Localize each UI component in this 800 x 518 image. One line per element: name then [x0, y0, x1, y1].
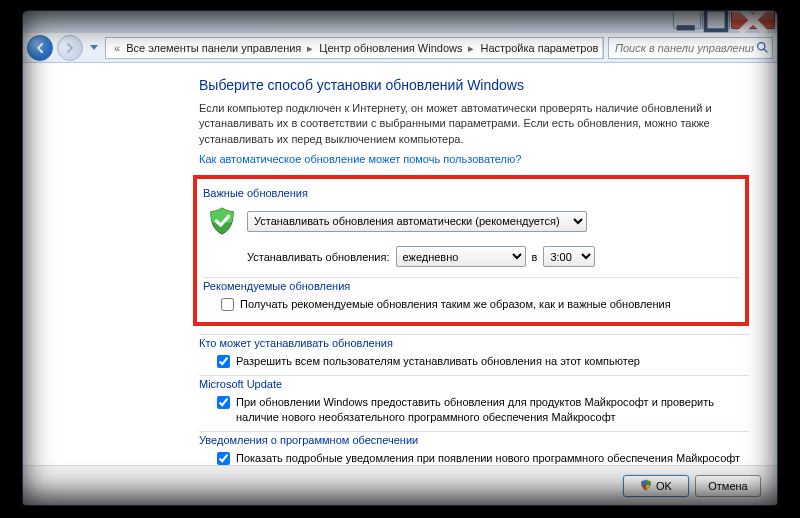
- frequency-select[interactable]: ежедневно: [396, 246, 526, 267]
- msupdate-checkbox[interactable]: [217, 396, 230, 409]
- search-icon: [756, 41, 769, 56]
- left-pane: [23, 63, 191, 465]
- minimize-button[interactable]: [673, 12, 701, 29]
- breadcrumb-segment[interactable]: Все элементы панели управления: [122, 42, 305, 54]
- window-controls: [673, 12, 775, 29]
- chevron-right-icon: ▸: [466, 42, 476, 55]
- who-checkbox[interactable]: [217, 355, 230, 368]
- page-title: Выберите способ установки обновлений Win…: [199, 77, 749, 93]
- svg-rect-1: [706, 10, 727, 30]
- cancel-button[interactable]: Отмена: [695, 475, 761, 497]
- notify-checkbox-row[interactable]: Показать подробные уведомления при появл…: [199, 449, 749, 465]
- maximize-button[interactable]: [702, 12, 730, 29]
- section-ms-update: Microsoft Update: [199, 375, 749, 393]
- content-area: Выберите способ установки обновлений Win…: [23, 63, 777, 465]
- svg-rect-0: [677, 25, 695, 30]
- section-who-installs: Кто может устанавливать обновления: [199, 334, 749, 352]
- svg-point-5: [758, 42, 765, 49]
- nav-toolbar: « Все элементы панели управления ▸ Центр…: [23, 33, 777, 63]
- page-intro: Если компьютер подключен к Интернету, он…: [199, 101, 749, 147]
- nav-history-dropdown[interactable]: [87, 37, 101, 59]
- breadcrumb-segment[interactable]: Настройка параметров: [476, 42, 602, 54]
- search-box[interactable]: [608, 37, 773, 59]
- address-breadcrumb[interactable]: « Все элементы панели управления ▸ Центр…: [105, 37, 604, 59]
- control-panel-window: « Все элементы панели управления ▸ Центр…: [22, 10, 778, 506]
- ok-button[interactable]: OK: [623, 475, 689, 497]
- msupdate-checkbox-row[interactable]: При обновлении Windows предоставить обно…: [199, 393, 749, 427]
- chevron-left-icon: «: [112, 42, 122, 54]
- time-select[interactable]: 3:00: [543, 246, 595, 267]
- shield-small-icon: [640, 479, 652, 493]
- who-checkbox-row[interactable]: Разрешить всем пользователям устанавлива…: [199, 352, 749, 371]
- section-recommended-updates: Рекомендуемые обновления: [203, 277, 739, 295]
- update-mode-row: Устанавливать обновления автоматически (…: [203, 202, 739, 246]
- main-content: Выберите способ установки обновлений Win…: [191, 63, 777, 465]
- msupdate-checkbox-label: При обновлении Windows предоставить обно…: [236, 395, 749, 425]
- nav-back-button[interactable]: [27, 35, 53, 61]
- cancel-button-label: Отмена: [708, 480, 747, 492]
- notify-checkbox-label: Показать подробные уведомления при появл…: [236, 451, 740, 465]
- recommended-checkbox-row[interactable]: Получать рекомендуемые обновления таким …: [203, 295, 739, 314]
- notify-checkbox[interactable]: [217, 452, 230, 465]
- highlighted-region: Важные обновления Устанавливать обновлен…: [193, 175, 749, 326]
- update-mode-select[interactable]: Устанавливать обновления автоматически (…: [247, 211, 587, 232]
- schedule-at-label: в: [532, 251, 538, 263]
- section-software-notify: Уведомления о программном обеспечении: [199, 431, 749, 449]
- schedule-row: Устанавливать обновления: ежедневно в 3:…: [203, 246, 739, 273]
- who-checkbox-label: Разрешить всем пользователям устанавлива…: [236, 354, 640, 369]
- section-important-updates: Важные обновления: [203, 185, 739, 202]
- titlebar: [23, 11, 777, 33]
- dialog-button-bar: OK Отмена: [23, 465, 777, 505]
- breadcrumb-segment[interactable]: Центр обновления Windows: [315, 42, 466, 54]
- help-link[interactable]: Как автоматическое обновление может помо…: [199, 153, 521, 165]
- recommended-checkbox-label: Получать рекомендуемые обновления таким …: [240, 297, 671, 312]
- shield-check-icon: [207, 206, 237, 236]
- recommended-checkbox[interactable]: [221, 298, 234, 311]
- close-button[interactable]: [731, 12, 775, 29]
- nav-forward-button[interactable]: [57, 35, 83, 61]
- search-input[interactable]: [613, 41, 756, 55]
- breadcrumb-dropdown[interactable]: [602, 38, 604, 58]
- svg-line-6: [764, 49, 767, 52]
- ok-button-label: OK: [656, 480, 672, 492]
- chevron-right-icon: ▸: [305, 42, 315, 55]
- schedule-label: Устанавливать обновления:: [247, 251, 390, 263]
